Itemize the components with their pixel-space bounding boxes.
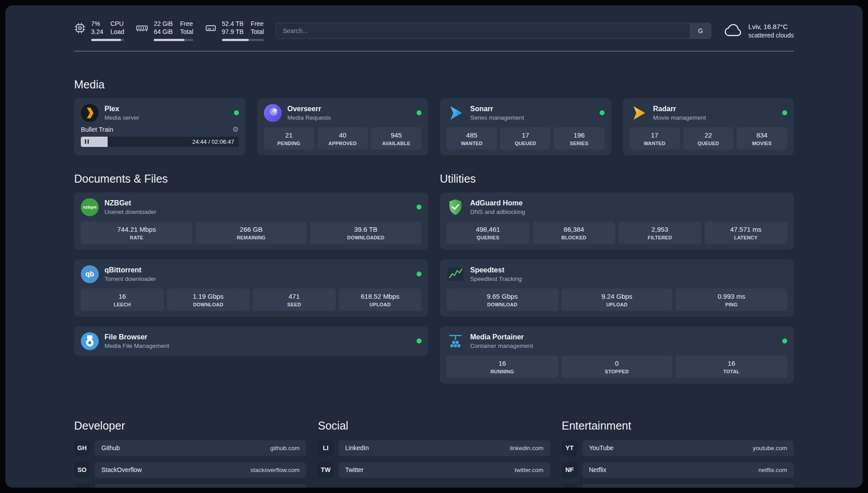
ram-free-label: Free (180, 21, 193, 27)
plex-card: Plex Media server Bullet Train ⚙ 24:44 (74, 98, 246, 155)
filebrowser-icon (81, 332, 99, 350)
cloud-icon (723, 24, 743, 38)
section-social: Social LI LinkedIn linkedin.com TW Twitt… (318, 419, 550, 484)
sonarr-card-header[interactable]: Sonarr Series management (447, 104, 605, 122)
entertainment-section-title: Entertainment (562, 419, 794, 432)
speedtest-card-header[interactable]: Speedtest Speedtest Tracking (447, 265, 787, 283)
gear-icon[interactable]: ⚙ (232, 126, 238, 133)
plex-now-playing: Bullet Train ⚙ 24:44 / 02:06:47 (81, 126, 239, 147)
qbittorrent-stat-leech: 16 LEECH (81, 288, 164, 311)
plex-icon (81, 104, 99, 122)
portainer-icon (447, 332, 464, 350)
linkedin-link[interactable]: LinkedIn linkedin.com (338, 440, 550, 456)
utilities-section-title: Utilities (440, 172, 794, 185)
section-utilities: Utilities AdGuard Home (440, 172, 794, 393)
bookmark-dev: DT DEV dev.to (74, 484, 306, 488)
radarr-desc: Movie management (653, 114, 777, 121)
adguard-name: AdGuard Home (470, 199, 787, 207)
radarr-name: Radarr (653, 105, 777, 113)
weather-location: Lviv, 16.87°C (748, 23, 794, 30)
netflix-abbr: NF (562, 462, 577, 478)
radarr-status-dot (782, 110, 787, 115)
search-engine-button[interactable]: G (690, 23, 711, 38)
adguard-stat-filtered: 2,953 FILTERED (618, 221, 701, 244)
overseerr-desc: Media Requests (288, 114, 411, 121)
cpu-label: CPU (110, 21, 124, 27)
portainer-desc: Container management (470, 343, 776, 349)
disk-metric: 52.4 TB 97.9 TB Free Total (205, 21, 264, 41)
bookmark-stackoverflow: SO StackOverflow stackoverflow.com (74, 462, 306, 478)
nzbget-icon: nzbget (81, 198, 99, 216)
section-media: Media Plex Media server (74, 78, 794, 155)
stackoverflow-abbr: SO (74, 462, 90, 478)
bookmark-linkedin: LI LinkedIn linkedin.com (318, 440, 550, 456)
portainer-card: Media Portainer Container management 16 … (440, 326, 794, 384)
filebrowser-card-header[interactable]: File Browser Media File Management (81, 332, 421, 350)
portainer-name: Media Portainer (470, 333, 776, 341)
plex-desc: Media server (104, 114, 228, 121)
qbittorrent-card: qb qBittorrent Torrent downloader 16 LEE… (74, 259, 428, 317)
sonarr-stat-series: 196 SERIES (554, 127, 604, 150)
overseerr-status-dot (417, 110, 421, 115)
filebrowser-status-dot (417, 338, 421, 343)
disk-icon (205, 22, 217, 34)
nzbget-card: nzbget NZBGet Usenet downloader 744.21 M… (74, 192, 428, 250)
qbittorrent-status-dot (417, 272, 421, 276)
qbittorrent-stat-upload: 618.52 Mbps UPLOAD (339, 288, 422, 311)
dev-link[interactable]: DEV dev.to (95, 484, 306, 488)
section-developer: Developer GH Github github.com SO StackO… (74, 419, 306, 488)
reddit-link[interactable]: Reddit reddit.com (582, 484, 794, 488)
linkedin-abbr: LI (318, 440, 334, 456)
youtube-abbr: YT (562, 440, 577, 456)
cpu-icon (74, 22, 86, 34)
bookmark-reddit: RE Reddit reddit.com (562, 484, 794, 488)
search-input[interactable] (276, 23, 690, 38)
qbittorrent-name: qBittorrent (104, 266, 411, 274)
netflix-link[interactable]: Netflix netflix.com (582, 462, 794, 478)
nzbget-status-dot (417, 205, 421, 209)
portainer-card-header[interactable]: Media Portainer Container management (447, 332, 787, 350)
dashboard: 7% 3.24 CPU Load (5, 5, 863, 488)
overseerr-card-header[interactable]: Overseerr Media Requests (264, 104, 422, 122)
youtube-link[interactable]: YouTube youtube.com (582, 440, 794, 456)
social-section-title: Social (318, 419, 550, 432)
speedtest-stat-ping: 0.993 ms PING (676, 288, 787, 311)
ram-bar (154, 39, 193, 41)
adguard-card-header[interactable]: AdGuard Home DNS and adblocking (447, 198, 787, 216)
radarr-icon (630, 104, 647, 122)
plex-status-dot (234, 110, 239, 115)
cpu-load-value: 3.24 (91, 29, 103, 35)
sonarr-stat-queued: 17 QUEUED (500, 127, 551, 150)
plex-card-header[interactable]: Plex Media server (81, 104, 239, 122)
stackoverflow-link[interactable]: StackOverflow stackoverflow.com (95, 462, 306, 478)
playback-progress-bar[interactable]: 24:44 / 02:06:47 (81, 137, 239, 147)
adguard-icon (447, 198, 464, 216)
topbar: 7% 3.24 CPU Load (74, 21, 794, 41)
speedtest-desc: Speedtest Tracking (470, 276, 787, 282)
adguard-card: AdGuard Home DNS and adblocking 498,461 … (440, 192, 794, 250)
overseerr-name: Overseerr (288, 105, 411, 113)
cpu-metric: 7% 3.24 CPU Load (74, 21, 124, 41)
adguard-desc: DNS and adblocking (470, 209, 787, 215)
portainer-stat-running: 16 RUNNING (447, 355, 558, 378)
bookmark-youtube: YT YouTube youtube.com (562, 440, 794, 456)
overseerr-card: Overseerr Media Requests 21 PENDING 40 A… (257, 98, 429, 155)
media-section-title: Media (74, 78, 794, 91)
portainer-stat-total: 16 TOTAL (676, 355, 787, 378)
radarr-card-header[interactable]: Radarr Movie management (630, 104, 788, 122)
disk-free-label: Free (251, 21, 264, 27)
twitter-link[interactable]: Twitter twitter.com (338, 462, 550, 478)
documents-section-title: Documents & Files (74, 172, 428, 185)
sonarr-name: Sonarr (470, 105, 594, 113)
dev-abbr: DT (74, 484, 90, 488)
qbittorrent-card-header[interactable]: qb qBittorrent Torrent downloader (81, 265, 421, 283)
github-link[interactable]: Github github.com (95, 440, 306, 456)
playback-time: 24:44 / 02:06:47 (192, 137, 234, 147)
plex-name: Plex (104, 105, 228, 113)
ram-metric: 22 GiB 64 GiB Free Total (136, 21, 193, 41)
nzbget-card-header[interactable]: nzbget NZBGet Usenet downloader (81, 198, 421, 216)
weather-widget[interactable]: Lviv, 16.87°C scattered clouds (723, 23, 794, 39)
pause-icon[interactable] (85, 139, 89, 144)
overseerr-stat-approved: 40 APPROVED (317, 127, 368, 150)
ram-total-label: Total (180, 29, 193, 35)
